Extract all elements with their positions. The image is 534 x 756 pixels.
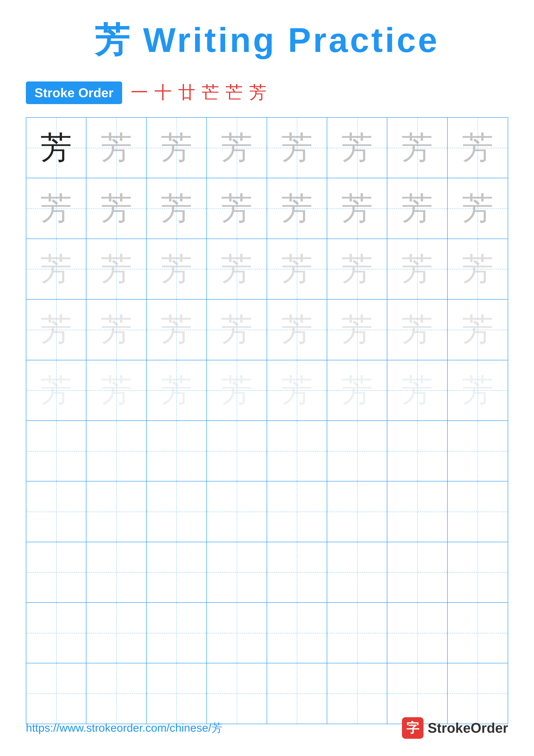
char-display: 芳 [101, 193, 132, 224]
grid-cell-8-1[interactable] [26, 542, 87, 602]
grid-cell-10-6[interactable] [327, 663, 387, 723]
grid-cell-9-5[interactable] [267, 603, 327, 663]
grid-cell-1-5[interactable]: 芳 [267, 118, 327, 178]
grid-cell-1-6[interactable]: 芳 [327, 118, 387, 178]
grid-cell-1-3[interactable]: 芳 [147, 118, 207, 178]
grid-cell-3-5[interactable]: 芳 [267, 239, 327, 299]
grid-cell-1-4[interactable]: 芳 [207, 118, 267, 178]
grid-cell-2-8[interactable]: 芳 [447, 178, 508, 238]
char-display: 芳 [221, 254, 252, 285]
grid-cell-5-2[interactable]: 芳 [87, 360, 146, 420]
grid-cell-8-6[interactable] [327, 542, 387, 602]
char-display: 芳 [401, 132, 433, 163]
grid-cell-6-6[interactable] [327, 421, 387, 481]
grid-cell-1-2[interactable]: 芳 [87, 118, 146, 178]
grid-cell-9-2[interactable] [87, 603, 146, 663]
grid-cell-10-8[interactable] [447, 663, 508, 723]
grid-cell-9-8[interactable] [447, 603, 508, 663]
grid-cell-6-8[interactable] [447, 421, 508, 481]
grid-cell-7-6[interactable] [327, 481, 387, 542]
grid-cell-10-7[interactable] [387, 663, 447, 723]
grid-cell-10-1[interactable] [26, 663, 87, 723]
grid-cell-6-4[interactable] [207, 421, 267, 481]
grid-cell-1-7[interactable]: 芳 [387, 118, 447, 178]
stroke-step-3: 廿 [178, 81, 195, 104]
grid-cell-7-7[interactable] [387, 481, 447, 542]
grid-cell-8-8[interactable] [447, 542, 508, 602]
grid-cell-5-8[interactable]: 芳 [447, 360, 508, 420]
footer: https://www.strokeorder.com/chinese/芳 字 … [26, 717, 508, 739]
footer-logo-icon: 字 [402, 717, 423, 739]
grid-cell-4-3[interactable]: 芳 [147, 300, 207, 360]
grid-cell-10-3[interactable] [147, 663, 207, 723]
grid-cell-2-3[interactable]: 芳 [147, 178, 207, 238]
grid-row-1: 芳 芳 芳 芳 芳 芳 芳 芳 [26, 118, 508, 178]
grid-cell-4-1[interactable]: 芳 [26, 300, 87, 360]
grid-cell-2-2[interactable]: 芳 [87, 178, 146, 238]
grid-cell-4-4[interactable]: 芳 [207, 300, 267, 360]
grid-cell-5-1[interactable]: 芳 [26, 360, 87, 420]
grid-cell-8-4[interactable] [207, 542, 267, 602]
grid-cell-5-3[interactable]: 芳 [147, 360, 207, 420]
char-display: 芳 [281, 375, 313, 406]
char-display: 芳 [462, 254, 493, 285]
char-display: 芳 [342, 375, 373, 406]
grid-cell-2-7[interactable]: 芳 [387, 178, 447, 238]
grid-cell-8-5[interactable] [267, 542, 327, 602]
grid-cell-1-1[interactable]: 芳 [26, 118, 87, 178]
grid-cell-5-6[interactable]: 芳 [327, 360, 387, 420]
grid-cell-8-7[interactable] [387, 542, 447, 602]
grid-cell-4-7[interactable]: 芳 [387, 300, 447, 360]
grid-cell-8-3[interactable] [147, 542, 207, 602]
grid-cell-4-8[interactable]: 芳 [447, 300, 508, 360]
stroke-step-4: 芒 [202, 81, 219, 104]
grid-cell-3-1[interactable]: 芳 [26, 239, 87, 299]
grid-cell-4-2[interactable]: 芳 [87, 300, 146, 360]
grid-cell-10-4[interactable] [207, 663, 267, 723]
grid-cell-2-6[interactable]: 芳 [327, 178, 387, 238]
grid-cell-3-7[interactable]: 芳 [387, 239, 447, 299]
grid-cell-5-5[interactable]: 芳 [267, 360, 327, 420]
grid-cell-3-2[interactable]: 芳 [87, 239, 146, 299]
grid-cell-10-2[interactable] [87, 663, 146, 723]
grid-row-2: 芳 芳 芳 芳 芳 芳 芳 芳 [26, 178, 508, 239]
grid-cell-9-1[interactable] [26, 603, 87, 663]
grid-cell-7-2[interactable] [87, 481, 146, 542]
grid-cell-1-8[interactable]: 芳 [447, 118, 508, 178]
grid-cell-9-7[interactable] [387, 603, 447, 663]
grid-cell-6-2[interactable] [87, 421, 146, 481]
grid-cell-9-3[interactable] [147, 603, 207, 663]
grid-cell-5-7[interactable]: 芳 [387, 360, 447, 420]
char-display: 芳 [40, 375, 72, 406]
stroke-step-1: 一 [131, 81, 148, 104]
grid-cell-9-6[interactable] [327, 603, 387, 663]
grid-cell-8-2[interactable] [87, 542, 146, 602]
grid-cell-6-5[interactable] [267, 421, 327, 481]
grid-cell-6-7[interactable] [387, 421, 447, 481]
grid-cell-4-5[interactable]: 芳 [267, 300, 327, 360]
grid-cell-2-1[interactable]: 芳 [26, 178, 87, 238]
char-display: 芳 [161, 132, 192, 163]
grid-cell-3-3[interactable]: 芳 [147, 239, 207, 299]
grid-cell-6-3[interactable] [147, 421, 207, 481]
grid-cell-3-6[interactable]: 芳 [327, 239, 387, 299]
grid-cell-9-4[interactable] [207, 603, 267, 663]
char-display: 芳 [101, 375, 132, 406]
char-display: 芳 [40, 132, 72, 163]
grid-cell-7-4[interactable] [207, 481, 267, 542]
grid-cell-2-4[interactable]: 芳 [207, 178, 267, 238]
grid-cell-7-3[interactable] [147, 481, 207, 542]
grid-cell-3-8[interactable]: 芳 [447, 239, 508, 299]
grid-cell-2-5[interactable]: 芳 [267, 178, 327, 238]
grid-cell-4-6[interactable]: 芳 [327, 300, 387, 360]
page-title: 芳 Writing Practice [26, 17, 508, 64]
grid-cell-7-5[interactable] [267, 481, 327, 542]
grid-cell-10-5[interactable] [267, 663, 327, 723]
char-display: 芳 [462, 193, 493, 224]
grid-cell-5-4[interactable]: 芳 [207, 360, 267, 420]
grid-cell-6-1[interactable] [26, 421, 87, 481]
grid-cell-7-8[interactable] [447, 481, 508, 542]
stroke-step-5: 芒 [225, 81, 243, 104]
grid-cell-3-4[interactable]: 芳 [207, 239, 267, 299]
grid-cell-7-1[interactable] [26, 481, 87, 542]
